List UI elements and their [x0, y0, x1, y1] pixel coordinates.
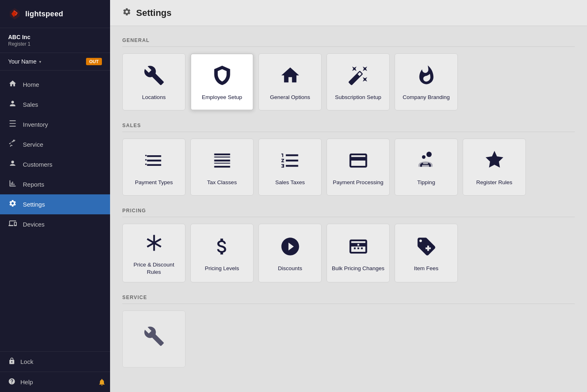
lock-label: Lock	[20, 358, 33, 365]
card-service-placeholder[interactable]	[122, 311, 185, 368]
asterisk-icon	[143, 232, 165, 256]
card-company-branding[interactable]: Company Branding	[395, 53, 458, 110]
card-register-rules[interactable]: Register Rules	[463, 139, 526, 196]
card-general-options[interactable]: General Options	[258, 53, 322, 110]
nav-label-inventory: Inventory	[23, 121, 48, 128]
section-title-service: SERVICE	[122, 295, 575, 304]
sidebar-item-reports[interactable]: Reports	[0, 174, 110, 194]
card-label-register-rules: Register Rules	[476, 179, 512, 186]
card-payment-types[interactable]: Payment Types	[122, 139, 185, 196]
lock-button[interactable]: Lock	[0, 352, 110, 372]
card-label-tipping: Tipping	[417, 179, 435, 186]
star-badge-icon	[484, 150, 505, 174]
card-label-employee-setup: Employee Setup	[202, 94, 242, 101]
section-sales: SALES Payment Types Tax Classes	[122, 123, 575, 196]
card-item-fees[interactable]: Item Fees	[395, 224, 458, 282]
devices-icon	[8, 219, 17, 229]
sidebar-store: ABC Inc Register 1	[0, 28, 110, 53]
card-label-general-options: General Options	[270, 94, 310, 101]
section-title-pricing: PRICING	[122, 208, 575, 217]
card-tax-classes[interactable]: Tax Classes	[190, 139, 254, 196]
card-label-discounts: Discounts	[278, 265, 302, 272]
tag-plus-icon	[416, 236, 437, 260]
card-price-discount-rules[interactable]: Price & Discount Rules	[122, 224, 185, 282]
svg-point-4	[426, 152, 432, 157]
card-label-payment-processing: Payment Processing	[333, 179, 384, 186]
sidebar-user[interactable]: Your Name ▾ OUT	[0, 53, 110, 70]
nav-label-sales: Sales	[23, 101, 38, 108]
credit-card-icon	[348, 150, 369, 174]
dollar-icon	[212, 236, 233, 260]
card-payment-processing[interactable]: Payment Processing	[327, 139, 390, 196]
sidebar-item-service[interactable]: Service	[0, 134, 110, 154]
card-locations[interactable]: Locations	[122, 53, 185, 110]
card-label-tax-classes: Tax Classes	[207, 179, 237, 186]
nav-label-home: Home	[23, 81, 39, 88]
reports-icon	[8, 179, 17, 189]
header-gear-icon	[122, 7, 131, 18]
card-sales-taxes[interactable]: Sales Taxes	[258, 139, 322, 196]
card-label-locations: Locations	[142, 94, 166, 101]
nav-label-devices: Devices	[23, 221, 44, 228]
flame-icon	[416, 65, 437, 89]
card-discounts[interactable]: Discounts	[258, 224, 322, 282]
help-icon	[8, 378, 15, 386]
card-subscription-setup[interactable]: Subscription Setup	[327, 53, 390, 110]
sidebar-logo: lightspeed	[0, 0, 110, 28]
sidebar-item-inventory[interactable]: Inventory	[0, 115, 110, 134]
notification-icon[interactable]	[94, 372, 110, 392]
pricing-grid: Price & Discount Rules Pricing Levels Di…	[122, 224, 575, 282]
sidebar-nav: Home Sales Inventory Service Customers	[0, 70, 110, 351]
card-tipping[interactable]: Tipping	[395, 139, 458, 196]
nav-label-settings: Settings	[23, 201, 45, 208]
user-info[interactable]: Your Name ▾	[8, 58, 41, 65]
card-label-payment-types: Payment Types	[135, 179, 173, 186]
chevron-down-icon: ▾	[39, 59, 41, 64]
card-label-sales-taxes: Sales Taxes	[275, 179, 305, 186]
store-register: Register 1	[8, 41, 102, 47]
nav-label-service: Service	[23, 141, 43, 148]
svg-rect-3	[145, 163, 146, 165]
section-pricing: PRICING Price & Discount Rules Pricing L…	[122, 208, 575, 282]
list-lines-icon	[212, 150, 233, 174]
wand-icon	[348, 65, 369, 89]
chevron-circle-icon	[280, 236, 301, 260]
user-status-badge: OUT	[86, 58, 102, 65]
sales-grid: Payment Types Tax Classes Sales Taxes	[122, 139, 575, 196]
general-grid: Locations Employee Setup General Options	[122, 53, 575, 110]
shield-icon	[212, 65, 233, 89]
card-label-item-fees: Item Fees	[414, 265, 438, 272]
svg-rect-1	[145, 155, 146, 156]
house-icon	[280, 65, 301, 89]
sidebar-footer: Help	[0, 372, 110, 392]
sidebar-item-home[interactable]: Home	[0, 75, 110, 95]
sidebar-item-settings[interactable]: Settings	[0, 194, 110, 214]
sidebar-item-sales[interactable]: Sales	[0, 95, 110, 115]
main-header: Settings	[110, 0, 587, 26]
card-bulk-pricing-changes[interactable]: Bulk Pricing Changes	[327, 224, 390, 282]
money-bill-icon	[348, 236, 369, 260]
card-pricing-levels[interactable]: Pricing Levels	[190, 224, 254, 282]
tipping-icon	[416, 150, 437, 174]
nav-label-reports: Reports	[23, 181, 44, 188]
customers-icon	[8, 159, 17, 170]
service-icon	[8, 139, 17, 150]
list-check-icon	[143, 150, 165, 174]
sidebar-bottom: Lock Help	[0, 351, 110, 392]
help-button[interactable]: Help	[0, 372, 94, 392]
sidebar-item-devices[interactable]: Devices	[0, 214, 110, 234]
sales-icon	[8, 99, 17, 110]
card-label-subscription-setup: Subscription Setup	[335, 94, 381, 101]
help-label: Help	[20, 379, 33, 385]
sidebar-item-customers[interactable]: Customers	[0, 154, 110, 174]
card-label-company-branding: Company Branding	[403, 94, 450, 101]
home-icon	[8, 79, 17, 90]
card-label-price-discount-rules: Price & Discount Rules	[127, 261, 181, 275]
svg-rect-2	[145, 159, 146, 160]
content-area: GENERAL Locations Employee Setup	[110, 26, 587, 392]
section-service: SERVICE	[122, 295, 575, 368]
inventory-icon	[8, 119, 17, 130]
card-employee-setup[interactable]: Employee Setup	[190, 53, 254, 110]
sidebar: lightspeed ABC Inc Register 1 Your Name …	[0, 0, 110, 392]
settings-icon	[8, 199, 17, 209]
